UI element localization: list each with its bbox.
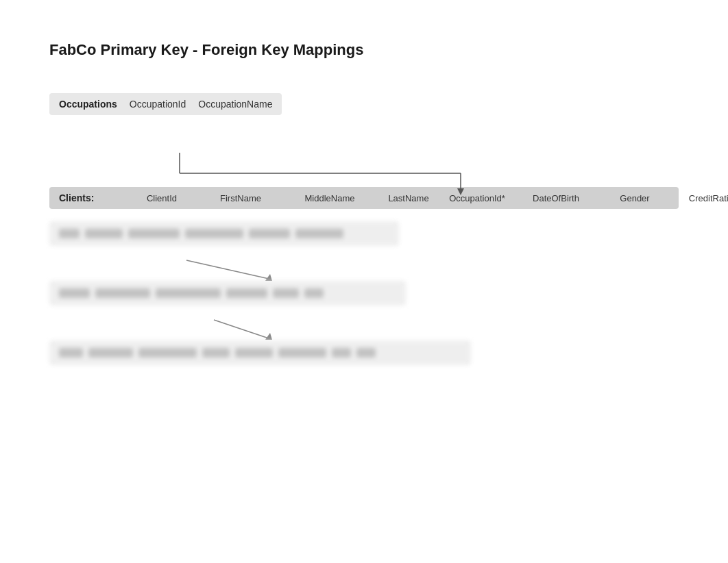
svg-line-6: [214, 320, 269, 338]
svg-line-4: [186, 260, 269, 279]
clients-header-bar: Clients: ClientId FirstName MiddleName L…: [49, 187, 679, 209]
occupations-table-label: Occupations: [59, 99, 117, 110]
clients-fields-list: ClientId FirstName MiddleName LastName O…: [128, 193, 728, 203]
field-firstname: FirstName: [196, 193, 285, 203]
field-dateofbirth: DateOfBirth: [511, 193, 600, 203]
svg-marker-5: [265, 274, 272, 281]
data-row-2: [49, 281, 406, 305]
occupations-table-bar: Occupations OccupationId OccupationName: [49, 93, 282, 115]
clients-table-label: Clients:: [59, 192, 128, 203]
field-lastname: LastName: [374, 193, 443, 203]
occupations-field-id: OccupationId: [130, 99, 186, 110]
data-row-3: [49, 340, 471, 365]
row-connector-1: [186, 257, 461, 284]
data-row-1: [49, 221, 399, 246]
page-title: FabCo Primary Key - Foreign Key Mappings: [49, 41, 679, 59]
svg-marker-7: [265, 333, 272, 340]
field-gender: Gender: [600, 193, 669, 203]
field-clientid: ClientId: [128, 193, 196, 203]
row-connector-2: [214, 316, 488, 344]
occupations-field-name: OccupationName: [198, 99, 272, 110]
field-middlename: MiddleName: [285, 193, 374, 203]
field-creditrating: CreditRating: [669, 193, 728, 203]
clients-section: Clients: ClientId FirstName MiddleName L…: [49, 187, 679, 365]
field-occupationid-fk: OccupationId*: [443, 193, 511, 203]
